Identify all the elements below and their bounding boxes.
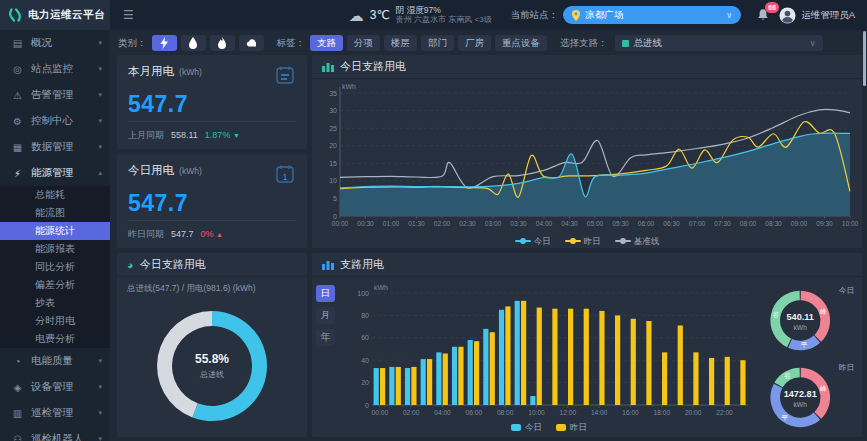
notification-badge: 66: [765, 2, 779, 13]
period-btn-2[interactable]: 年: [316, 329, 335, 346]
svg-text:14:00: 14:00: [591, 409, 608, 416]
branch-dropdown[interactable]: 总进线 ∨: [615, 35, 823, 51]
bar-legend-item-1[interactable]: 昨日: [556, 422, 587, 434]
svg-text:20: 20: [329, 142, 337, 149]
tag-btn-4[interactable]: 厂房: [458, 35, 491, 51]
svg-text:07:00: 07:00: [689, 220, 706, 227]
category-btn-electricity[interactable]: [152, 35, 177, 51]
sidebar-item-0[interactable]: ▤ 概况 ▾: [0, 30, 110, 56]
tag-label: 标签：: [277, 37, 306, 50]
svg-text:60: 60: [361, 334, 369, 341]
submenu-item-0[interactable]: 总能耗: [0, 186, 110, 204]
menu-label: 告警管理: [31, 88, 98, 102]
tag-btn-3[interactable]: 部门: [421, 35, 454, 51]
menu-icon: ▤: [11, 38, 24, 49]
category-btn-water[interactable]: [181, 35, 206, 51]
steam-icon: [246, 37, 256, 49]
notifications-button[interactable]: 66: [756, 8, 770, 23]
svg-text:20: 20: [361, 379, 369, 386]
chevron-down-icon: ▾: [98, 383, 102, 391]
temperature: 3℃: [370, 8, 390, 22]
drop-icon: [188, 37, 198, 49]
svg-text:16:00: 16:00: [622, 409, 639, 416]
svg-text:04:00: 04:00: [536, 220, 553, 227]
submenu-item-5[interactable]: 偏差分析: [0, 276, 110, 294]
period-btn-1[interactable]: 月: [316, 307, 335, 324]
legend-item-2[interactable]: 基准线: [615, 236, 660, 248]
svg-text:07:30: 07:30: [714, 220, 731, 227]
category-btn-steam[interactable]: [239, 35, 264, 51]
period-buttons: 日月年: [316, 281, 344, 435]
svg-text:1: 1: [282, 172, 287, 182]
category-btn-gas[interactable]: [210, 35, 235, 51]
sidebar-item-1[interactable]: ◎ 站点监控 ▾: [0, 56, 110, 82]
sidebar-item-4[interactable]: ▦ 数据管理 ▾: [0, 134, 110, 160]
sidebar-item-6[interactable]: ◔ 电能质量 ▾: [0, 348, 110, 374]
bar-chart-icon: [322, 61, 334, 72]
branch-bar-card: 支路用电 日月年 020406080100kWh00:0002:0004:000…: [312, 253, 862, 437]
day-usage-card: 今日用电 (kWh) 1 547.7 昨日同期 5: [117, 154, 307, 248]
bar-legend-item-0[interactable]: 今日: [511, 422, 542, 434]
branch-value: 总进线: [634, 37, 663, 50]
submenu: 总能耗能流图能源统计能源报表同比分析偏差分析抄表分时用电电费分析: [0, 186, 110, 348]
submenu-item-2[interactable]: 能源统计: [0, 222, 110, 240]
flame-icon: [217, 37, 227, 49]
submenu-item-6[interactable]: 抄表: [0, 294, 110, 312]
svg-text:02:00: 02:00: [403, 409, 420, 416]
svg-text:10:00: 10:00: [528, 409, 545, 416]
svg-text:谷: 谷: [772, 311, 779, 319]
tag-btn-5[interactable]: 重点设备: [495, 35, 547, 51]
submenu-item-8[interactable]: 电费分析: [0, 330, 110, 348]
sidebar-item-9[interactable]: ⚇ 巡检机器人 ▾: [0, 426, 110, 441]
menu-label: 能源管理: [31, 166, 98, 180]
sidebar-item-3[interactable]: ⚙ 控制中心 ▾: [0, 108, 110, 134]
svg-text:00:00: 00:00: [372, 409, 389, 416]
submenu-item-4[interactable]: 同比分析: [0, 258, 110, 276]
site-selector: 当前站点： 凉都广场 ∨: [511, 6, 742, 24]
arrow-up-icon: ▲: [216, 231, 223, 238]
stat-cards-column: 本月用电 (kWh) 547.7 上月同期: [117, 55, 307, 248]
svg-text:1472.81: 1472.81: [784, 389, 817, 399]
svg-text:06:00: 06:00: [466, 409, 483, 416]
peak-donut-yesterday-svg: 峰平谷昨日1472.81kWh: [754, 358, 858, 435]
svg-text:kWh: kWh: [794, 324, 808, 331]
svg-text:平: 平: [782, 414, 789, 421]
sidebar-item-7[interactable]: ◈ 设备管理 ▾: [0, 374, 110, 400]
chevron-down-icon: ▾: [98, 435, 102, 441]
svg-text:10:00: 10:00: [842, 220, 859, 227]
avatar: [779, 7, 796, 24]
svg-text:08:30: 08:30: [765, 220, 782, 227]
sidebar-item-2[interactable]: ⚠ 告警管理 ▾: [0, 82, 110, 108]
month-usage-value: 547.7: [128, 91, 296, 118]
pie-chart-icon: ◕: [127, 259, 134, 271]
sidebar-collapse-icon[interactable]: ☰: [123, 8, 134, 22]
submenu-item-3[interactable]: 能源报表: [0, 240, 110, 258]
scrollbar-thumb[interactable]: [863, 31, 866, 86]
svg-text:今日: 今日: [839, 286, 854, 295]
today-branch-line-card: 今日支路用电 05101520253035kWh00:0000:3001:000…: [312, 55, 862, 248]
month-card-unit: (kWh): [179, 67, 202, 77]
category-buttons: [152, 35, 264, 51]
sidebar-item-5[interactable]: ⚡ 能源管理 ▴: [0, 160, 110, 186]
svg-text:5: 5: [333, 195, 337, 202]
line-chart-svg: 05101520253035kWh00:0000:3001:0001:3002:…: [314, 80, 859, 231]
sidebar-item-8[interactable]: ▥ 巡检管理 ▾: [0, 400, 110, 426]
sidebar-nav: ▤ 概况 ▾◎ 站点监控 ▾⚠ 告警管理 ▾⚙ 控制中心 ▾▦ 数据管理 ▾⚡ …: [0, 30, 110, 441]
submenu-item-7[interactable]: 分时用电: [0, 312, 110, 330]
chevron-up-icon: ▴: [98, 169, 102, 177]
site-label: 当前站点：: [511, 9, 559, 22]
submenu-item-1[interactable]: 能流图: [0, 204, 110, 222]
svg-text:05:00: 05:00: [587, 220, 604, 227]
legend-item-0[interactable]: 今日: [515, 236, 551, 248]
user-menu[interactable]: 运维管理员A: [779, 7, 855, 24]
tag-btn-0[interactable]: 支路: [310, 35, 343, 51]
site-dropdown[interactable]: 凉都广场 ∨: [563, 6, 741, 24]
tag-btn-2[interactable]: 楼层: [384, 35, 417, 51]
branch-donut-chart: 55.8% 总进线: [117, 295, 307, 437]
app-title: 电力运维云平台: [28, 8, 105, 22]
period-btn-0[interactable]: 日: [316, 285, 335, 302]
legend-item-1[interactable]: 昨日: [565, 236, 601, 248]
tag-btn-1[interactable]: 分项: [347, 35, 380, 51]
svg-text:09:00: 09:00: [791, 220, 808, 227]
tag-buttons: 支路分项楼层部门厂房重点设备: [310, 35, 547, 51]
